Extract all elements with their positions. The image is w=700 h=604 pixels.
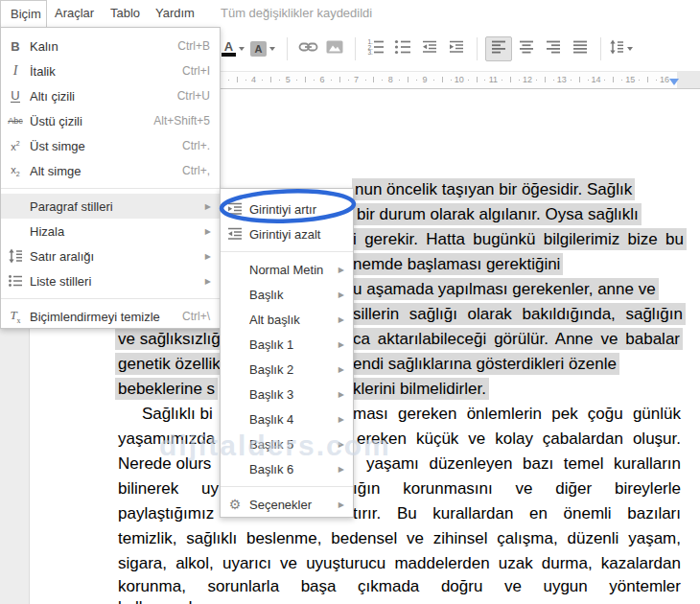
doc-text-line[interactable]: endi sağlıklarına gösterdikleri özenle [350,353,619,375]
highlight-color-button[interactable]: A [250,36,279,61]
line-spacing-icon [609,39,624,58]
bulleted-list-button[interactable] [390,36,415,61]
doc-text-line[interactable]: ca aktarılabileceği görülür. Anne ve bab… [350,328,683,350]
submenu-arrow-icon: ▶ [338,465,353,474]
menu-item-label: Başlık 1 [249,337,338,352]
doc-text-line[interactable]: nemde başlaması gerektiğini [350,253,563,275]
format-menu-item-alt-simge[interactable]: x2Alt simgeCtrl+, [1,158,220,183]
doc-text-line[interactable]: tırır. Bu kurallardan en önemli bazıları [353,502,681,524]
menu-item-shortcut: Ctrl+. [182,139,220,152]
format-menu-item-i-talik[interactable]: IİtalikCtrl+I [1,58,220,83]
menubar-item-tablo[interactable]: Tablo [101,0,146,27]
ruler-number: 11 [489,75,498,84]
chevron-down-icon[interactable] [239,47,245,51]
doc-text-line[interactable]: klerini bilmelidirler. [350,378,489,400]
svg-text:3.: 3. [368,49,374,56]
toolbar: AA1.2.3. [221,29,700,69]
doc-text-line[interactable]: ığın korunmasını ve diğer bireylerle [353,477,681,499]
insert-link-button[interactable] [295,36,320,61]
toolbar-separator [477,37,478,60]
format-menu-item-alti-cizili[interactable]: UAltı çiziliCtrl+U [1,83,220,108]
format-menu-item-satir-araligi[interactable]: Satır aralığı▶ [1,244,220,268]
paragraph-styles-item-baslik-3[interactable]: Başlık 3▶ [221,382,353,407]
align-right-button[interactable] [541,36,566,61]
format-menu-item-ust-simge[interactable]: x2Üst simgeCtrl+. [1,133,220,158]
align-center-button[interactable] [514,36,539,61]
ruler-indent-marker-icon[interactable] [669,79,679,85]
doc-text-line[interactable]: bir durum olarak algılanır. Oysa sağlıkl… [354,203,642,225]
doc-text-line[interactable]: yaşamı düzenleyen bazı temel kuralların [366,453,681,475]
line-spacing-button[interactable] [609,36,637,61]
indent-decrease-icon [221,226,249,242]
paragraph-styles-item-girintiyi-artir[interactable]: Girintiyi artır [221,197,353,221]
paragraph-styles-item-girintiyi-azalt[interactable]: Girintiyi azalt [221,221,353,246]
ruler-number: 6 [319,75,324,84]
paragraph-styles-item-baslik[interactable]: Başlık▶ [221,282,353,307]
menu-separator [1,298,220,299]
indent-increase-icon [449,39,464,58]
chevron-down-icon[interactable] [627,47,633,51]
bulleted-list-icon [393,37,412,60]
align-left-button[interactable] [485,36,512,61]
strikethrough-icon: Abc [1,116,30,126]
doc-text-line[interactable]: genetik özellik [115,353,223,375]
doc-text-line[interactable]: ve sağlıksızlığ [115,328,223,350]
clear-formatting-icon: Tx [1,308,30,325]
ruler-number: 8 [388,75,393,84]
menubar-item-araclar[interactable]: Araçlar [45,0,101,27]
doc-text-line[interactable]: kullanmadır. [118,596,206,604]
submenu-arrow-icon: ▶ [338,390,353,399]
chevron-down-icon[interactable] [269,47,275,51]
paragraph-styles-item-alt-baslik[interactable]: Alt başlık▶ [221,307,353,332]
format-menu-item-kalin[interactable]: BKalınCtrl+B [1,34,220,58]
submenu-arrow-icon: ▶ [205,252,220,261]
doc-text-line[interactable]: paylaştığımız [118,502,214,524]
menu-item-label: Liste stilleri [30,274,205,289]
ruler-number: 14 [591,75,600,84]
doc-text-line[interactable]: ereken küçük ve kolay çabalardan oluşur. [357,428,681,450]
format-menu-item-bicimlendirmeyi-temizle[interactable]: TxBiçimlendirmeyi temizleCtrl+\ [1,304,220,329]
subscript-icon: x2 [1,164,30,177]
doc-text-line[interactable]: sigara, alkol, uyarıcı ve uyuşturucu mad… [118,552,681,574]
doc-text-line[interactable]: u aşamada yapılması gerekenler, anne ve [350,278,659,300]
text-color-button[interactable]: A [222,36,248,61]
numbered-list-button[interactable]: 1.2.3. [363,36,388,61]
menu-item-label: Normal Metin [249,263,338,277]
menu-item-label: Altı çizili [30,89,177,104]
italic-icon: I [1,63,30,79]
menubar-item-yardim[interactable]: Yardım [146,0,198,27]
increase-indent-button[interactable] [444,36,469,61]
doc-text-line[interactable]: sillerin sağlığı olarak bakıldığında, sa… [350,303,686,325]
doc-text-line[interactable]: korunma, sorunlarla başa çıkmada doğru v… [118,575,681,597]
format-menu-item-hizala[interactable]: Hizala▶ [1,219,220,244]
insert-image-button[interactable] [322,36,347,61]
align-justify-button[interactable] [568,36,593,61]
paragraph-styles-item-baslik-6[interactable]: Başlık 6▶ [221,456,353,481]
submenu-arrow-icon: ▶ [338,440,353,449]
paragraph-styles-item-baslik-5[interactable]: Başlık 5▶ [221,431,353,456]
paragraph-styles-item-normal-metin[interactable]: Normal Metin▶ [221,257,353,282]
decrease-indent-button[interactable] [417,36,442,61]
format-menu-item-ustu-cizili[interactable]: AbcÜstü çiziliAlt+Shift+5 [1,108,220,133]
doc-text-line[interactable]: Nerede olurs [118,453,211,475]
menubar-item-bicim[interactable]: Biçim [0,0,47,29]
menu-item-label: Girintiyi artır [249,202,353,217]
paragraph-styles-item-baslik-2[interactable]: Başlık 2▶ [221,357,353,382]
doc-text-line[interactable]: bilinerek uy [118,477,219,499]
doc-text-line[interactable]: i gerekir. Hatta bugünkü bilgilerimiz bi… [350,228,687,250]
format-menu-item-paragraf-stilleri[interactable]: Paragraf stilleri▶ [1,194,220,219]
doc-text-line[interactable]: Sağlıklı bi [142,403,213,425]
submenu-arrow-icon: ▶ [338,415,353,424]
paragraph-styles-item-baslik-1[interactable]: Başlık 1▶ [221,332,353,357]
doc-text-line[interactable]: yaşamımızda [118,428,215,450]
doc-text-line[interactable]: nun öncelik taşıyan bir öğesidir. Sağlık [352,178,635,200]
menu-item-label: Üst simge [30,139,182,153]
doc-text-line[interactable]: ması gereken önlemlerin pek çoğu günlük [353,403,681,425]
doc-text-line[interactable]: temizlik, sağlıklı beslenme, bedensel ve… [118,527,681,549]
doc-text-line[interactable]: bebeklerine s [115,378,218,400]
format-menu-item-liste-stilleri[interactable]: Liste stilleri▶ [1,268,220,293]
submenu-arrow-icon: ▶ [205,277,220,286]
paragraph-styles-item-secenekler[interactable]: ⚙Seçenekler▶ [221,492,353,517]
format-menu: BKalınCtrl+BIİtalikCtrl+IUAltı çiziliCtr… [0,27,221,329]
paragraph-styles-item-baslik-4[interactable]: Başlık 4▶ [221,407,353,431]
